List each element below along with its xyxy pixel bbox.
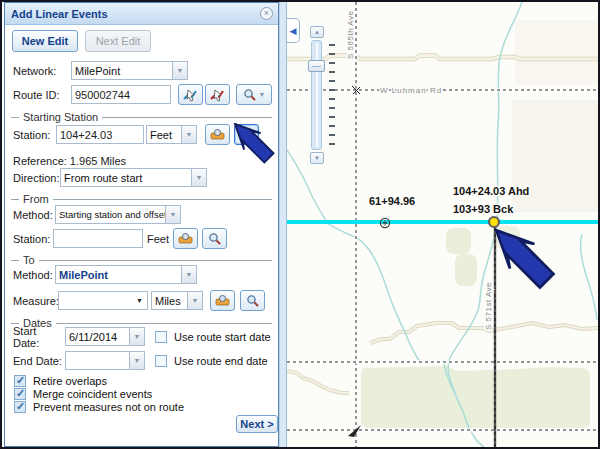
to-search-button[interactable] (240, 290, 265, 311)
add-linear-events-panel: Add Linear Events × New Edit Next Edit N… (4, 2, 279, 447)
prevent-measures-checkbox[interactable] (14, 401, 26, 413)
next-edit-button[interactable]: Next Edit (85, 30, 151, 52)
retire-overlaps-label: Retire overlaps (33, 375, 107, 387)
zoom-out-button[interactable]: ▼ (310, 152, 324, 164)
panel-title: Add Linear Events (11, 8, 108, 20)
prevent-measures-label: Prevent measures not on route (33, 401, 184, 413)
chevron-down-icon: ▼ (259, 91, 266, 98)
clear-route-selection-button[interactable] (205, 84, 230, 105)
section-starting-station: Starting Station (11, 111, 272, 123)
retire-overlaps-checkbox[interactable] (14, 375, 26, 387)
network-label: Network: (13, 65, 71, 77)
station-label: Station: (13, 129, 56, 141)
use-route-end-date-checkbox[interactable] (155, 355, 167, 367)
pick-location-icon (239, 128, 254, 142)
station-label-left: 61+94.96 (369, 195, 415, 207)
to-method-label: Method: (13, 269, 55, 281)
chevron-down-icon[interactable]: ▼ (187, 291, 203, 310)
chevron-down-icon[interactable]: ▼ (191, 168, 207, 187)
new-edit-button[interactable]: New Edit (12, 30, 78, 52)
landuse-patch (515, 20, 600, 85)
from-search-button[interactable] (202, 228, 227, 249)
from-units-label: Feet (147, 233, 171, 245)
use-route-start-date-checkbox[interactable] (155, 331, 167, 343)
measure-tool-icon (178, 232, 193, 245)
route-id-input[interactable] (71, 85, 171, 104)
select-route-on-map-button[interactable] (178, 84, 203, 105)
map-canvas[interactable]: W Luhman Rd S 565th Ave S 571st Ave 61+9… (287, 2, 600, 447)
pick-station-on-map-button[interactable] (234, 124, 259, 145)
road-label-s-571st-ave: S 571st Ave (484, 282, 493, 330)
station-input[interactable] (56, 125, 144, 144)
measure-units-select[interactable]: Miles ▼ (151, 291, 203, 310)
start-date-label: Start Date: (13, 325, 65, 349)
to-method-select[interactable]: MilePoint ▼ (55, 265, 197, 284)
picked-station-marker[interactable] (489, 217, 499, 227)
chevron-down-icon[interactable]: ▼ (165, 205, 181, 224)
direction-label: Direction: (13, 172, 60, 184)
minor-road-bottom-left (287, 371, 349, 393)
panel-header: Add Linear Events × (5, 3, 278, 25)
from-station-label: Station: (13, 233, 53, 245)
route-id-label: Route ID: (13, 89, 71, 101)
network-value: MilePoint (71, 61, 172, 80)
map-svg: W Luhman Rd S 565th Ave S 571st Ave 61+9… (287, 2, 600, 447)
vegetation-area (446, 228, 471, 254)
zoom-slider-track[interactable] (311, 40, 322, 150)
collapse-panel-button[interactable]: ◀ (287, 18, 300, 43)
from-method-value: Starting station and offset (55, 205, 165, 224)
measure-combo[interactable]: ▼ (58, 291, 148, 310)
zoom-in-button[interactable]: ▲ (310, 26, 324, 38)
zoom-slider-handle[interactable] (308, 60, 325, 72)
measure-tool-icon (215, 294, 230, 307)
measure-units-value: Miles (151, 291, 187, 310)
end-date-label: End Date: (13, 355, 65, 367)
search-icon (208, 232, 221, 245)
measure-station-button[interactable] (205, 124, 230, 145)
chevron-down-icon[interactable]: ▼ (129, 327, 145, 346)
search-icon (246, 294, 259, 307)
chevron-down-icon[interactable]: ▼ (172, 61, 188, 80)
app-window: Add Linear Events × New Edit Next Edit N… (0, 0, 600, 449)
vegetation-area (493, 226, 520, 248)
route-search-menu-button[interactable]: ▼ (236, 84, 272, 105)
from-method-label: Method: (13, 209, 55, 221)
chevron-left-icon: ◀ (290, 26, 297, 36)
from-method-select[interactable]: Starting station and offset ▼ (55, 205, 181, 224)
start-date-value: 6/11/2014 (65, 327, 129, 346)
station-units-value: Feet (146, 125, 181, 144)
close-icon[interactable]: × (260, 7, 273, 20)
station-label-right-ahead: 104+24.03 Ahd (453, 185, 529, 197)
direction-select[interactable]: From route start ▼ (60, 168, 207, 187)
chevron-down-icon[interactable]: ▼ (181, 125, 197, 144)
use-route-end-date-label: Use route end date (174, 355, 268, 367)
search-icon (243, 88, 256, 101)
cursor-clear-icon (210, 88, 225, 102)
measure-tool-icon (210, 128, 225, 141)
panel-splitter[interactable] (279, 2, 287, 447)
start-date-select[interactable]: 6/11/2014 ▼ (65, 327, 145, 346)
next-button[interactable]: Next > (236, 415, 278, 433)
end-date-value (65, 351, 129, 370)
direction-value: From route start (60, 168, 191, 187)
reference-text: Reference: 1.965 Miles (13, 155, 126, 167)
chevron-down-icon: ▼ (136, 297, 143, 304)
to-measure-button[interactable] (210, 290, 235, 311)
vegetation-area (361, 366, 590, 428)
from-measure-button[interactable] (173, 228, 198, 249)
chevron-down-icon[interactable]: ▼ (181, 265, 197, 284)
measure-label: Measure: (13, 295, 58, 307)
road-label-w-luhman-rd: W Luhman Rd (380, 86, 442, 95)
network-select[interactable]: MilePoint ▼ (71, 61, 188, 80)
station-label-right-back: 103+93 Bck (453, 203, 514, 215)
merge-coincident-events-checkbox[interactable] (14, 388, 26, 400)
cursor-select-icon (183, 88, 198, 102)
to-method-value: MilePoint (55, 265, 181, 284)
end-date-select[interactable]: ▼ (65, 351, 145, 370)
station-units-select[interactable]: Feet ▼ (146, 125, 197, 144)
vegetation-area (455, 254, 477, 286)
road-label-s-565th-ave: S 565th Ave (346, 10, 355, 59)
from-station-input[interactable] (53, 229, 143, 248)
use-route-start-date-label: Use route start date (174, 331, 271, 343)
chevron-down-icon[interactable]: ▼ (129, 351, 145, 370)
